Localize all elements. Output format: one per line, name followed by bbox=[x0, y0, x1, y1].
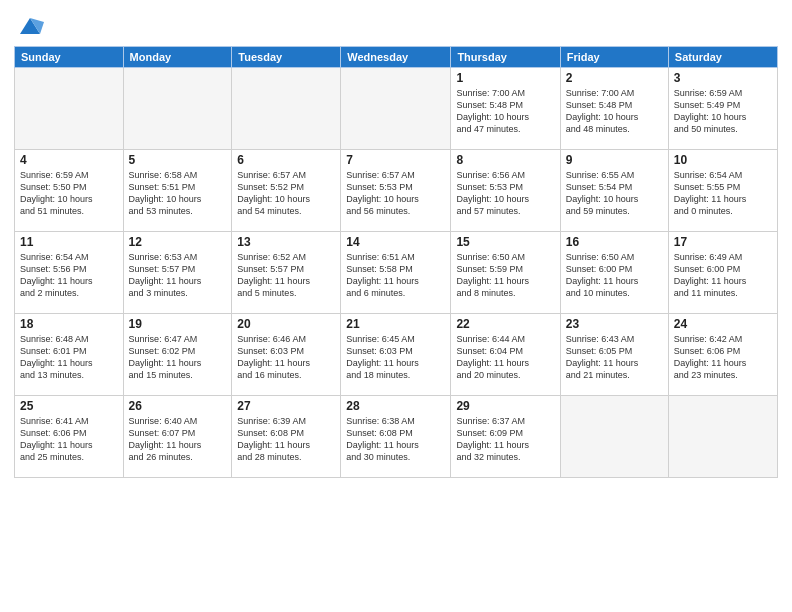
day-info: Sunrise: 6:51 AM Sunset: 5:58 PM Dayligh… bbox=[346, 251, 445, 300]
day-number: 10 bbox=[674, 153, 772, 167]
weekday-header: Friday bbox=[560, 47, 668, 68]
calendar-table: SundayMondayTuesdayWednesdayThursdayFrid… bbox=[14, 46, 778, 478]
day-info: Sunrise: 6:39 AM Sunset: 6:08 PM Dayligh… bbox=[237, 415, 335, 464]
day-info: Sunrise: 6:53 AM Sunset: 5:57 PM Dayligh… bbox=[129, 251, 227, 300]
day-number: 8 bbox=[456, 153, 554, 167]
calendar-cell: 4Sunrise: 6:59 AM Sunset: 5:50 PM Daylig… bbox=[15, 150, 124, 232]
day-number: 23 bbox=[566, 317, 663, 331]
calendar-cell bbox=[123, 68, 232, 150]
day-info: Sunrise: 6:54 AM Sunset: 5:55 PM Dayligh… bbox=[674, 169, 772, 218]
calendar-cell: 6Sunrise: 6:57 AM Sunset: 5:52 PM Daylig… bbox=[232, 150, 341, 232]
weekday-header: Wednesday bbox=[341, 47, 451, 68]
calendar-cell: 26Sunrise: 6:40 AM Sunset: 6:07 PM Dayli… bbox=[123, 396, 232, 478]
calendar-cell: 12Sunrise: 6:53 AM Sunset: 5:57 PM Dayli… bbox=[123, 232, 232, 314]
calendar-cell: 21Sunrise: 6:45 AM Sunset: 6:03 PM Dayli… bbox=[341, 314, 451, 396]
day-number: 18 bbox=[20, 317, 118, 331]
day-info: Sunrise: 6:45 AM Sunset: 6:03 PM Dayligh… bbox=[346, 333, 445, 382]
logo-icon bbox=[16, 12, 44, 40]
page-header bbox=[14, 10, 778, 40]
day-number: 24 bbox=[674, 317, 772, 331]
calendar-cell bbox=[232, 68, 341, 150]
day-info: Sunrise: 6:57 AM Sunset: 5:53 PM Dayligh… bbox=[346, 169, 445, 218]
weekday-header: Thursday bbox=[451, 47, 560, 68]
calendar-cell: 8Sunrise: 6:56 AM Sunset: 5:53 PM Daylig… bbox=[451, 150, 560, 232]
day-info: Sunrise: 6:57 AM Sunset: 5:52 PM Dayligh… bbox=[237, 169, 335, 218]
day-info: Sunrise: 6:47 AM Sunset: 6:02 PM Dayligh… bbox=[129, 333, 227, 382]
day-info: Sunrise: 6:37 AM Sunset: 6:09 PM Dayligh… bbox=[456, 415, 554, 464]
calendar-cell: 25Sunrise: 6:41 AM Sunset: 6:06 PM Dayli… bbox=[15, 396, 124, 478]
day-number: 14 bbox=[346, 235, 445, 249]
day-info: Sunrise: 6:56 AM Sunset: 5:53 PM Dayligh… bbox=[456, 169, 554, 218]
calendar-cell: 20Sunrise: 6:46 AM Sunset: 6:03 PM Dayli… bbox=[232, 314, 341, 396]
calendar-cell: 28Sunrise: 6:38 AM Sunset: 6:08 PM Dayli… bbox=[341, 396, 451, 478]
calendar-cell: 11Sunrise: 6:54 AM Sunset: 5:56 PM Dayli… bbox=[15, 232, 124, 314]
weekday-header: Tuesday bbox=[232, 47, 341, 68]
calendar-cell: 13Sunrise: 6:52 AM Sunset: 5:57 PM Dayli… bbox=[232, 232, 341, 314]
day-info: Sunrise: 6:42 AM Sunset: 6:06 PM Dayligh… bbox=[674, 333, 772, 382]
calendar-cell: 19Sunrise: 6:47 AM Sunset: 6:02 PM Dayli… bbox=[123, 314, 232, 396]
day-number: 22 bbox=[456, 317, 554, 331]
calendar-cell: 16Sunrise: 6:50 AM Sunset: 6:00 PM Dayli… bbox=[560, 232, 668, 314]
calendar-cell: 29Sunrise: 6:37 AM Sunset: 6:09 PM Dayli… bbox=[451, 396, 560, 478]
day-number: 20 bbox=[237, 317, 335, 331]
weekday-header: Saturday bbox=[668, 47, 777, 68]
day-number: 13 bbox=[237, 235, 335, 249]
calendar-cell: 15Sunrise: 6:50 AM Sunset: 5:59 PM Dayli… bbox=[451, 232, 560, 314]
calendar-cell: 9Sunrise: 6:55 AM Sunset: 5:54 PM Daylig… bbox=[560, 150, 668, 232]
day-info: Sunrise: 6:58 AM Sunset: 5:51 PM Dayligh… bbox=[129, 169, 227, 218]
logo bbox=[14, 14, 44, 40]
day-number: 25 bbox=[20, 399, 118, 413]
calendar-cell: 10Sunrise: 6:54 AM Sunset: 5:55 PM Dayli… bbox=[668, 150, 777, 232]
weekday-header: Monday bbox=[123, 47, 232, 68]
calendar-cell: 7Sunrise: 6:57 AM Sunset: 5:53 PM Daylig… bbox=[341, 150, 451, 232]
day-info: Sunrise: 6:38 AM Sunset: 6:08 PM Dayligh… bbox=[346, 415, 445, 464]
calendar-cell bbox=[15, 68, 124, 150]
day-number: 15 bbox=[456, 235, 554, 249]
calendar-cell: 22Sunrise: 6:44 AM Sunset: 6:04 PM Dayli… bbox=[451, 314, 560, 396]
calendar-cell: 1Sunrise: 7:00 AM Sunset: 5:48 PM Daylig… bbox=[451, 68, 560, 150]
day-number: 3 bbox=[674, 71, 772, 85]
day-number: 16 bbox=[566, 235, 663, 249]
day-info: Sunrise: 6:52 AM Sunset: 5:57 PM Dayligh… bbox=[237, 251, 335, 300]
day-number: 17 bbox=[674, 235, 772, 249]
day-info: Sunrise: 6:49 AM Sunset: 6:00 PM Dayligh… bbox=[674, 251, 772, 300]
day-number: 9 bbox=[566, 153, 663, 167]
day-info: Sunrise: 6:44 AM Sunset: 6:04 PM Dayligh… bbox=[456, 333, 554, 382]
day-number: 19 bbox=[129, 317, 227, 331]
day-number: 6 bbox=[237, 153, 335, 167]
day-number: 5 bbox=[129, 153, 227, 167]
day-info: Sunrise: 6:46 AM Sunset: 6:03 PM Dayligh… bbox=[237, 333, 335, 382]
calendar-cell bbox=[668, 396, 777, 478]
day-info: Sunrise: 6:50 AM Sunset: 5:59 PM Dayligh… bbox=[456, 251, 554, 300]
day-number: 7 bbox=[346, 153, 445, 167]
calendar-cell: 27Sunrise: 6:39 AM Sunset: 6:08 PM Dayli… bbox=[232, 396, 341, 478]
calendar-cell: 18Sunrise: 6:48 AM Sunset: 6:01 PM Dayli… bbox=[15, 314, 124, 396]
day-info: Sunrise: 6:50 AM Sunset: 6:00 PM Dayligh… bbox=[566, 251, 663, 300]
calendar-cell: 17Sunrise: 6:49 AM Sunset: 6:00 PM Dayli… bbox=[668, 232, 777, 314]
calendar-cell: 3Sunrise: 6:59 AM Sunset: 5:49 PM Daylig… bbox=[668, 68, 777, 150]
day-info: Sunrise: 6:41 AM Sunset: 6:06 PM Dayligh… bbox=[20, 415, 118, 464]
day-number: 29 bbox=[456, 399, 554, 413]
calendar-header: SundayMondayTuesdayWednesdayThursdayFrid… bbox=[15, 47, 778, 68]
day-info: Sunrise: 6:48 AM Sunset: 6:01 PM Dayligh… bbox=[20, 333, 118, 382]
day-number: 1 bbox=[456, 71, 554, 85]
calendar-cell: 24Sunrise: 6:42 AM Sunset: 6:06 PM Dayli… bbox=[668, 314, 777, 396]
calendar-cell bbox=[560, 396, 668, 478]
day-info: Sunrise: 6:40 AM Sunset: 6:07 PM Dayligh… bbox=[129, 415, 227, 464]
day-info: Sunrise: 6:59 AM Sunset: 5:50 PM Dayligh… bbox=[20, 169, 118, 218]
calendar-cell: 5Sunrise: 6:58 AM Sunset: 5:51 PM Daylig… bbox=[123, 150, 232, 232]
day-info: Sunrise: 6:59 AM Sunset: 5:49 PM Dayligh… bbox=[674, 87, 772, 136]
calendar-cell bbox=[341, 68, 451, 150]
day-number: 26 bbox=[129, 399, 227, 413]
day-number: 28 bbox=[346, 399, 445, 413]
day-info: Sunrise: 6:55 AM Sunset: 5:54 PM Dayligh… bbox=[566, 169, 663, 218]
calendar-cell: 14Sunrise: 6:51 AM Sunset: 5:58 PM Dayli… bbox=[341, 232, 451, 314]
calendar-cell: 23Sunrise: 6:43 AM Sunset: 6:05 PM Dayli… bbox=[560, 314, 668, 396]
day-number: 12 bbox=[129, 235, 227, 249]
weekday-header: Sunday bbox=[15, 47, 124, 68]
day-number: 2 bbox=[566, 71, 663, 85]
day-info: Sunrise: 7:00 AM Sunset: 5:48 PM Dayligh… bbox=[566, 87, 663, 136]
day-number: 4 bbox=[20, 153, 118, 167]
day-number: 11 bbox=[20, 235, 118, 249]
day-number: 21 bbox=[346, 317, 445, 331]
